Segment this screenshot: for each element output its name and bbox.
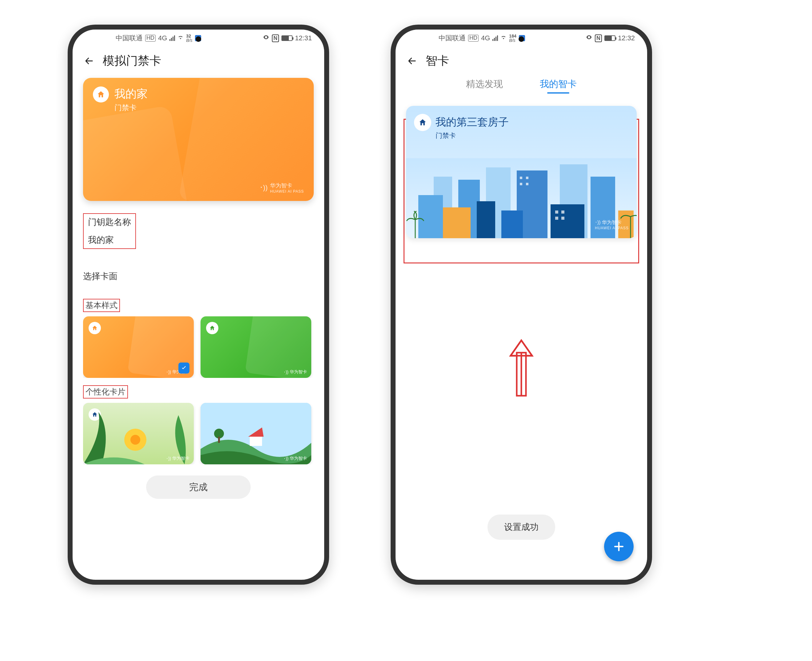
hd-badge: HD	[145, 35, 156, 42]
svg-rect-26	[555, 217, 558, 220]
signal-icon	[492, 35, 498, 41]
svg-rect-21	[526, 177, 529, 179]
svg-rect-18	[551, 204, 584, 238]
signal-icon	[169, 35, 175, 41]
battery-icon	[604, 35, 615, 41]
phone-left: 中国联通 HD 4G 32B/s N 12:31	[68, 25, 329, 585]
home-icon	[206, 322, 218, 334]
screen-access-card-edit: 中国联通 HD 4G 32B/s N 12:31	[73, 30, 324, 580]
field-label: 门钥匙名称	[88, 216, 131, 228]
back-button[interactable]	[406, 55, 418, 67]
back-button[interactable]	[83, 55, 96, 67]
annotation-box: 门钥匙名称 我的家	[83, 213, 136, 249]
style-option-orange[interactable]: ･))华为智卡	[83, 316, 194, 378]
app-indicator-icon	[195, 35, 201, 41]
home-icon	[206, 408, 218, 421]
add-card-fab[interactable]	[604, 532, 634, 561]
card-subtitle: 门禁卡	[115, 103, 148, 113]
style-option-flower[interactable]: ･))华为智卡	[83, 403, 194, 465]
style-option-hills[interactable]: ･))华为智卡	[201, 403, 311, 465]
nfc-icon: N	[272, 35, 279, 42]
status-bar: 中国联通 HD 4G 184B/s N 12:32	[396, 30, 647, 47]
phone-right: 中国联通 HD 4G 184B/s N 12:32	[391, 25, 652, 585]
svg-rect-22	[520, 183, 522, 185]
svg-rect-17	[502, 211, 523, 238]
network-label: 4G	[158, 34, 167, 42]
card-brand-mini: ･))华为智卡	[166, 456, 189, 461]
svg-rect-23	[526, 183, 529, 185]
home-icon	[414, 114, 431, 131]
svg-point-5	[214, 429, 224, 439]
clock-label: 12:32	[618, 34, 635, 42]
home-icon	[89, 322, 101, 334]
app-indicator-icon	[519, 35, 525, 41]
card-brand-mini: ･))华为智卡	[283, 369, 307, 375]
svg-rect-2	[201, 403, 311, 465]
basic-style-row: ･))华为智卡 ･))华为智卡	[83, 316, 314, 378]
hd-badge: HD	[468, 35, 479, 42]
wifi-icon	[177, 34, 184, 42]
svg-rect-24	[555, 211, 558, 214]
eye-icon	[586, 34, 592, 43]
navbar: 模拟门禁卡	[73, 47, 324, 75]
card-brand-mini: ･))华为智卡	[283, 456, 307, 461]
label-basic-style: 基本样式	[83, 299, 314, 312]
personal-style-row: ･))华为智卡 ･))华为智卡	[83, 403, 314, 465]
clock-label: 12:31	[295, 34, 312, 42]
section-choose-face: 选择卡面	[83, 270, 314, 282]
svg-rect-6	[218, 437, 220, 443]
status-bar: 中国联通 HD 4G 32B/s N 12:31	[73, 30, 324, 47]
selected-check-icon	[178, 362, 189, 374]
done-button[interactable]: 完成	[146, 476, 251, 499]
wifi-icon	[500, 34, 506, 42]
toast-success: 设置成功	[487, 514, 555, 540]
card-brand: ･)) 华为智卡 HUAWEI AI PASS	[595, 219, 629, 230]
card-title: 我的家	[115, 86, 148, 102]
annotation-arrow-icon	[506, 337, 537, 399]
svg-marker-4	[248, 428, 264, 437]
style-option-green[interactable]: ･))华为智卡	[201, 316, 311, 378]
speed-label: 32B/s	[186, 34, 192, 43]
card-preview[interactable]: 我的家 门禁卡 ･)) 华为智卡 HUAWEI AI PASS	[83, 78, 314, 201]
home-icon	[93, 86, 109, 102]
svg-rect-16	[477, 201, 495, 238]
svg-rect-27	[561, 217, 564, 220]
card-title: 我的第三套房子	[436, 115, 509, 129]
my-card-item[interactable]: 我的第三套房子 门禁卡	[406, 106, 637, 238]
svg-rect-20	[520, 177, 522, 179]
svg-rect-25	[561, 211, 564, 214]
tab-featured[interactable]: 精选发现	[466, 78, 503, 93]
svg-point-0	[124, 429, 146, 451]
page-title: 智卡	[426, 53, 449, 69]
tab-my-cards[interactable]: 我的智卡	[540, 78, 577, 93]
svg-rect-11	[418, 195, 443, 238]
screen-smart-card: 中国联通 HD 4G 184B/s N 12:32	[396, 30, 647, 580]
key-name-field[interactable]: 门钥匙名称 我的家	[83, 213, 314, 249]
svg-rect-15	[443, 208, 471, 238]
carrier-label: 中国联通	[439, 34, 466, 43]
eye-icon	[263, 34, 269, 43]
svg-rect-3	[250, 437, 262, 446]
page-title: 模拟门禁卡	[103, 53, 161, 69]
tabs: 精选发现 我的智卡	[396, 75, 647, 100]
label-personal-style: 个性化卡片	[83, 385, 314, 399]
home-icon	[89, 408, 101, 421]
svg-point-1	[131, 435, 140, 445]
nfc-icon: N	[595, 35, 602, 42]
battery-icon	[282, 35, 293, 41]
speed-label: 184B/s	[509, 34, 516, 43]
navbar: 智卡	[396, 47, 647, 75]
card-subtitle: 门禁卡	[436, 131, 509, 141]
network-label: 4G	[481, 34, 490, 42]
carrier-label: 中国联通	[116, 34, 143, 43]
field-value: 我的家	[88, 234, 131, 246]
